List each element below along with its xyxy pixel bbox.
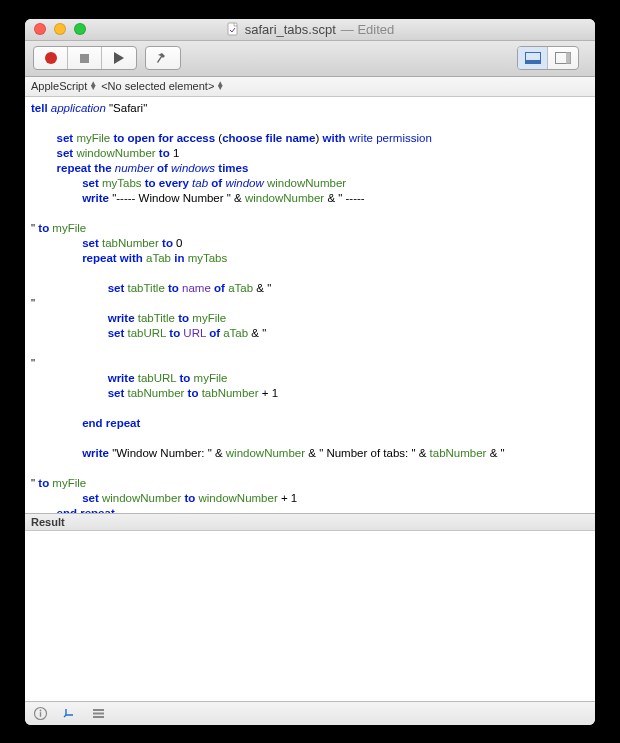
svg-rect-10 bbox=[93, 716, 104, 718]
close-icon[interactable] bbox=[34, 23, 46, 35]
chevron-updown-icon: ▲▼ bbox=[216, 82, 224, 90]
svg-rect-7 bbox=[40, 712, 41, 717]
titlebar[interactable]: safari_tabs.scpt — Edited bbox=[25, 19, 595, 41]
run-controls-group bbox=[33, 46, 137, 70]
result-button[interactable] bbox=[62, 706, 77, 721]
result-label: Result bbox=[31, 516, 65, 528]
toolbar bbox=[25, 41, 595, 77]
document-icon bbox=[226, 22, 240, 36]
record-button[interactable] bbox=[34, 47, 68, 69]
window-title: safari_tabs.scpt — Edited bbox=[25, 22, 595, 37]
pane-bottom-icon bbox=[525, 52, 541, 64]
zoom-icon[interactable] bbox=[74, 23, 86, 35]
pane-side-icon bbox=[555, 52, 571, 64]
stop-button[interactable] bbox=[68, 47, 102, 69]
svg-rect-8 bbox=[93, 709, 104, 711]
svg-rect-2 bbox=[525, 60, 540, 64]
description-button[interactable] bbox=[33, 706, 48, 721]
result-pane[interactable] bbox=[25, 531, 595, 701]
status-bar bbox=[25, 701, 595, 725]
traffic-lights bbox=[25, 23, 86, 35]
compile-button[interactable] bbox=[146, 47, 180, 69]
title-filename: safari_tabs.scpt bbox=[245, 22, 336, 37]
show-bottom-pane-button[interactable] bbox=[518, 47, 548, 69]
script-editor[interactable]: tell application "Safari" set myFile to … bbox=[25, 97, 595, 513]
compile-group bbox=[145, 46, 181, 70]
svg-rect-4 bbox=[566, 53, 571, 64]
title-edited: — Edited bbox=[341, 22, 394, 37]
log-button[interactable] bbox=[91, 706, 106, 721]
script-editor-window: safari_tabs.scpt — Edited bbox=[25, 19, 595, 725]
language-selector[interactable]: AppleScript ▲▼ bbox=[31, 80, 97, 92]
view-controls-group bbox=[517, 46, 579, 70]
stop-icon bbox=[80, 54, 89, 63]
svg-rect-9 bbox=[93, 712, 104, 714]
minimize-icon[interactable] bbox=[54, 23, 66, 35]
element-selector[interactable]: <No selected element> ▲▼ bbox=[101, 80, 224, 92]
result-header: Result bbox=[25, 513, 595, 531]
play-icon bbox=[114, 52, 124, 64]
show-side-pane-button[interactable] bbox=[548, 47, 578, 69]
svg-rect-0 bbox=[228, 23, 237, 35]
chevron-updown-icon: ▲▼ bbox=[89, 82, 97, 90]
navigation-bar: AppleScript ▲▼ <No selected element> ▲▼ bbox=[25, 77, 595, 97]
language-label: AppleScript bbox=[31, 80, 87, 92]
run-button[interactable] bbox=[102, 47, 136, 69]
hammer-icon bbox=[156, 51, 170, 65]
svg-point-6 bbox=[40, 709, 42, 711]
element-label: <No selected element> bbox=[101, 80, 214, 92]
record-icon bbox=[45, 52, 57, 64]
